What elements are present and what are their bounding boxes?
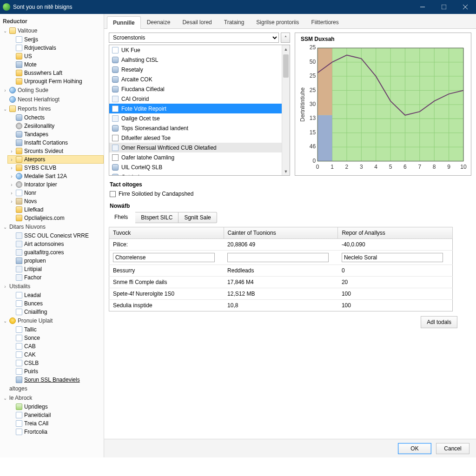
tree-group[interactable]: ⌄Valitoue <box>0 26 104 35</box>
list-item[interactable]: Fiucdana Cifiedal <box>109 84 282 94</box>
svg-text:46: 46 <box>310 143 316 150</box>
tree-item[interactable]: CAK <box>7 350 104 359</box>
chevron-icon: ⌄ <box>3 318 7 324</box>
tree-item[interactable]: Lilefkad <box>7 205 104 214</box>
tree-item[interactable]: Treia CAll <box>7 419 104 428</box>
list-item[interactable]: CAI Oroirid <box>109 94 282 104</box>
list-item[interactable]: Arcaite COK <box>109 74 282 84</box>
tree-item-label: Aterpors <box>24 156 45 163</box>
list-item[interactable]: Resetaly <box>109 65 282 74</box>
tree-item[interactable]: Ochects <box>7 113 104 122</box>
tree-group-label: le Abrock <box>9 395 32 401</box>
list-item[interactable]: Oafer latohe Oamling <box>109 152 282 162</box>
list-item[interactable]: Oailge Ocet tse <box>109 113 282 123</box>
tree-item[interactable]: Bunces <box>7 299 104 308</box>
list-item[interactable]: Tops Sionesandiad landent <box>109 123 282 133</box>
column-header[interactable]: Cainter of Tuonions <box>224 227 338 239</box>
tree-item[interactable]: Upridlegs <box>7 403 104 411</box>
tree-item[interactable]: Tallic <box>7 325 104 334</box>
tree-group[interactable]: Neost Heriafriogt <box>0 95 104 104</box>
tree-group[interactable]: ›Ooling Sude <box>0 86 104 95</box>
tab[interactable]: Deenaize <box>141 16 177 28</box>
list-item[interactable]: Omer Rersual Wnfticed CUB Oletafied <box>109 143 282 152</box>
tree-item[interactable]: ›Intorator lpier <box>7 180 104 189</box>
tab[interactable]: Trataing <box>218 16 251 28</box>
tree-group[interactable]: ⌄Pronuie Uplait <box>0 316 104 325</box>
tree-item[interactable]: CAB <box>7 342 104 350</box>
list-item[interactable]: Difuelfer alesed Toe <box>109 133 282 143</box>
fire-checkbox[interactable] <box>110 191 116 197</box>
tree-item[interactable]: ›Aterpors <box>7 155 104 164</box>
listbox-spin-up[interactable]: ˄ <box>281 33 290 43</box>
tree-item[interactable]: ›Novs <box>7 197 104 205</box>
table-row: BessurryReddleads0 <box>109 265 453 277</box>
tab[interactable]: Fiittertiores <box>305 16 344 28</box>
tree-item[interactable]: CSLB <box>7 359 104 367</box>
svg-text:50: 50 <box>310 59 316 65</box>
subtab[interactable]: Sgnilt Sale <box>178 212 217 223</box>
tree-group-label: Ooling Sude <box>18 87 48 93</box>
tree-item[interactable]: Zesiilonallity <box>7 122 104 130</box>
tree-group[interactable]: ⌄le Abrock <box>0 393 104 403</box>
tree-item[interactable]: Cniailfing <box>7 308 104 316</box>
list-item[interactable]: Aalhsting CtSL <box>109 55 282 65</box>
tree-item[interactable]: Rdrjuectivals <box>7 44 104 52</box>
tree-item[interactable]: Paneiticlail <box>7 411 104 419</box>
list-item[interactable]: UlL CortelQ SLB <box>109 162 282 172</box>
tree-item[interactable]: gualtafitrg.cores <box>7 248 104 257</box>
tab[interactable]: Sigrilse prontoriis <box>250 16 305 28</box>
tree-item[interactable]: Mote <box>7 60 104 69</box>
tree-item[interactable]: Opclialjeics.com <box>7 214 104 222</box>
tree-item[interactable]: SSC OUL Coneicst VRRE <box>7 231 104 240</box>
list-item[interactable]: Fote Vdite Repoirt <box>109 104 282 113</box>
tree-item[interactable]: Instaftt Cortations <box>7 139 104 147</box>
minimize-button[interactable] <box>412 0 433 14</box>
tree-item[interactable]: Sorun SSL Bnadeviels <box>7 376 104 384</box>
tree-item[interactable]: Airt actonsoines <box>7 240 104 248</box>
tree-item[interactable]: Tandapes <box>7 130 104 139</box>
tree-group[interactable]: ⌄Ditars Niuvons <box>0 222 104 231</box>
tree-item[interactable]: Lritipial <box>7 265 104 273</box>
tree-item[interactable]: Busswhers Laft <box>7 69 104 77</box>
cell-value: 12,S12 MB <box>224 288 338 300</box>
tree-item-label: Leadal <box>24 292 41 298</box>
column-header[interactable]: Repor of Anallyss <box>338 227 453 239</box>
listbox-selector[interactable]: Scroenstonis <box>109 33 279 43</box>
tree-group[interactable]: ›Utstialits <box>0 282 104 291</box>
app-icon <box>3 3 10 11</box>
tree-item[interactable]: ›Srcunts Svideut <box>7 147 104 155</box>
add-totals-button[interactable]: Adl todals <box>421 316 457 328</box>
list-item[interactable]: Cetriod <box>109 172 282 175</box>
tree-item[interactable]: Frortcolia <box>7 428 104 436</box>
tree-group[interactable]: altoges <box>0 384 104 393</box>
tree-item[interactable]: Serjjs <box>7 35 104 44</box>
tree-item[interactable]: Fachor <box>7 273 104 282</box>
tree-item[interactable]: Leadal <box>7 291 104 299</box>
scroll-up-icon[interactable]: ▲ <box>282 45 290 53</box>
gear-icon <box>16 181 22 188</box>
tree-group[interactable]: ⌄Reports hires <box>0 104 104 113</box>
tree-item[interactable]: Sonce <box>7 334 104 342</box>
cell-input[interactable] <box>227 253 329 262</box>
column-header[interactable]: Tuvock <box>109 227 224 239</box>
cancel-button[interactable]: Cancel <box>436 443 469 454</box>
tree-item[interactable]: Puirls <box>7 367 104 376</box>
tree-item[interactable]: Urprougit Ferm Hoihing <box>7 77 104 86</box>
tab[interactable]: Punnille <box>107 16 141 29</box>
cell-input[interactable] <box>113 253 215 262</box>
close-button[interactable] <box>455 0 476 14</box>
scroll-down-icon[interactable]: ▼ <box>282 167 290 175</box>
list-item[interactable]: UK Fue <box>109 45 282 55</box>
scroll-thumb[interactable] <box>283 54 289 78</box>
maximize-button[interactable] <box>433 0 455 14</box>
tree-item[interactable]: ›Medalie Sart 12A <box>7 172 104 180</box>
tree-item[interactable]: ›Nonr <box>7 189 104 197</box>
ok-button[interactable]: OK <box>398 443 431 454</box>
tree-item[interactable]: US <box>7 52 104 60</box>
subtab[interactable]: Btspert SILC <box>135 212 178 223</box>
tab[interactable]: Desail lored <box>176 16 218 28</box>
listbox-scrollbar[interactable]: ▲ ▼ <box>282 45 290 175</box>
tree-item[interactable]: propluen <box>7 257 104 265</box>
tree-item[interactable]: ›SYBS CILVB <box>7 164 104 172</box>
cell-input[interactable] <box>342 253 443 262</box>
